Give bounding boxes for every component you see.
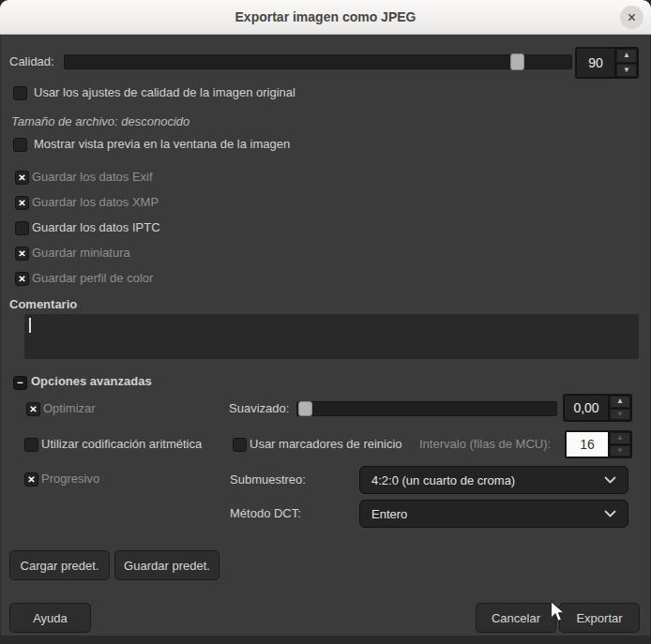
- restart-markers-label[interactable]: Usar marcadores de reinicio: [250, 438, 402, 451]
- arrow-up-icon: ▲: [623, 52, 630, 59]
- quality-slider-handle[interactable]: [510, 53, 524, 70]
- subsampling-value: 4:2:0 (un cuarto de croma): [371, 473, 515, 487]
- help-button[interactable]: Ayuda: [9, 603, 91, 633]
- comment-textarea[interactable]: [24, 314, 639, 359]
- cancel-label: Cancelar: [492, 611, 540, 625]
- smoothing-spin-down-button[interactable]: ▼: [610, 409, 630, 421]
- smoothing-value[interactable]: 0,00: [565, 396, 608, 420]
- export-label: Exportar: [576, 611, 622, 625]
- smoothing-slider-handle[interactable]: [298, 401, 312, 416]
- use-original-quality-checkbox[interactable]: [13, 86, 27, 100]
- optimize-label[interactable]: Optimizar: [43, 402, 96, 415]
- quality-slider[interactable]: [64, 54, 572, 69]
- load-defaults-button[interactable]: Cargar predet.: [9, 550, 110, 580]
- save-color-profile-checkbox[interactable]: ✕: [15, 272, 29, 286]
- smoothing-spinbox: 0,00 ▲ ▼: [563, 394, 632, 422]
- collapse-icon: −: [17, 378, 23, 388]
- restart-markers-checkbox[interactable]: [233, 438, 247, 452]
- cancel-button[interactable]: Cancelar: [476, 603, 556, 633]
- jpeg-export-dialog: Exportar imagen como JPEG × Calidad: 90 …: [0, 0, 651, 644]
- chevron-down-icon: [604, 510, 616, 518]
- smoothing-slider[interactable]: [296, 401, 557, 416]
- mcu-interval-value[interactable]: 16: [567, 432, 608, 457]
- close-button[interactable]: ×: [620, 6, 643, 29]
- progressive-label[interactable]: Progresivo: [41, 472, 99, 486]
- help-label: Ayuda: [33, 611, 68, 625]
- save-thumbnail-checkbox[interactable]: ✕: [15, 247, 29, 261]
- quality-value[interactable]: 90: [577, 49, 614, 77]
- checkmark-icon: ✕: [18, 249, 25, 259]
- save-xmp-label[interactable]: Guardar los datos XMP: [32, 196, 159, 209]
- checkmark-icon: ✕: [27, 475, 35, 485]
- text-caret: [29, 318, 31, 333]
- save-defaults-button[interactable]: Guardar predet.: [114, 550, 220, 580]
- arithmetic-coding-checkbox[interactable]: [24, 438, 38, 452]
- subsampling-dropdown[interactable]: 4:2:0 (un cuarto de croma): [359, 466, 628, 494]
- save-xmp-checkbox[interactable]: ✕: [15, 196, 29, 210]
- mcu-interval-spin-arrows: ▲ ▼: [610, 432, 630, 457]
- window-bottom-edge: [0, 636, 651, 644]
- titlebar: Exportar imagen como JPEG ×: [0, 0, 651, 35]
- mcu-interval-spin-up-button[interactable]: ▲: [610, 432, 630, 444]
- save-color-profile-label[interactable]: Guardar perfil de color: [32, 272, 153, 285]
- advanced-options-title[interactable]: Opciones avanzadas: [31, 375, 152, 388]
- checkmark-icon: ✕: [29, 405, 37, 414]
- save-iptc-checkbox[interactable]: [15, 221, 29, 235]
- arrow-down-icon: ▼: [616, 411, 624, 418]
- dct-method-label: Método DCT:: [230, 507, 301, 520]
- save-exif-checkbox[interactable]: ✕: [15, 171, 29, 185]
- dct-method-dropdown[interactable]: Entero: [359, 500, 628, 528]
- quality-spin-down-button[interactable]: ▼: [616, 64, 637, 78]
- mcu-interval-spin-down-button[interactable]: ▼: [610, 445, 630, 457]
- checkmark-icon: ✕: [18, 199, 25, 208]
- show-preview-checkbox[interactable]: [13, 138, 27, 152]
- quality-spinbox: 90 ▲ ▼: [575, 47, 639, 79]
- arrow-up-icon: ▲: [616, 434, 624, 442]
- mcu-interval-spinbox: 16 ▲ ▼: [565, 430, 632, 458]
- quality-spin-arrows: ▲ ▼: [616, 49, 637, 77]
- save-thumbnail-label[interactable]: Guardar miniatura: [32, 247, 130, 260]
- progressive-checkbox[interactable]: ✕: [24, 472, 38, 487]
- file-size-note: Tamaño de archivo: desconocido: [11, 115, 189, 128]
- chevron-down-icon: [604, 476, 616, 485]
- arrow-down-icon: ▼: [623, 67, 630, 74]
- checkmark-icon: ✕: [18, 173, 25, 183]
- load-defaults-label: Cargar predet.: [21, 559, 99, 573]
- smoothing-label: Suavizado:: [229, 402, 289, 415]
- arrow-up-icon: ▲: [616, 397, 624, 405]
- optimize-checkbox[interactable]: ✕: [26, 402, 40, 416]
- arrow-down-icon: ▼: [616, 447, 624, 455]
- smoothing-spin-arrows: ▲ ▼: [610, 396, 630, 420]
- subsampling-label: Submuestreo:: [230, 473, 306, 487]
- dct-method-value: Entero: [371, 507, 407, 521]
- show-preview-label[interactable]: Mostrar vista previa en la ventana de la…: [34, 138, 290, 151]
- comment-label: Comentario: [9, 298, 77, 311]
- mcu-interval-label: Intervalo (filas de MCU):: [419, 438, 551, 451]
- save-iptc-label[interactable]: Guardar los datos IPTC: [32, 221, 160, 234]
- save-exif-label[interactable]: Guardar los datos Exif: [32, 171, 153, 184]
- advanced-options-expander[interactable]: −: [13, 376, 27, 390]
- use-original-quality-label[interactable]: Usar los ajustes de calidad de la imagen…: [34, 86, 295, 99]
- quality-spin-up-button[interactable]: ▲: [616, 49, 637, 63]
- dialog-title: Exportar imagen como JPEG: [0, 0, 651, 34]
- export-button[interactable]: Exportar: [559, 603, 640, 633]
- checkmark-icon: ✕: [18, 275, 25, 284]
- smoothing-spin-up-button[interactable]: ▲: [610, 396, 630, 408]
- save-defaults-label: Guardar predet.: [124, 559, 210, 573]
- close-icon: ×: [628, 9, 636, 26]
- arithmetic-coding-label[interactable]: Utilizar codificación aritmética: [41, 438, 202, 451]
- quality-label: Calidad:: [9, 55, 54, 68]
